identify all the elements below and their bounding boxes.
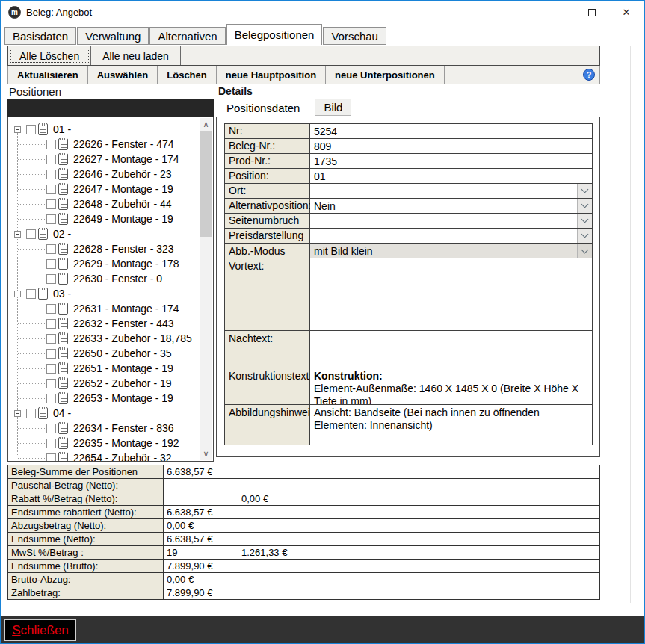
tree-checkbox[interactable] — [26, 229, 36, 239]
abb-modus-dropdown[interactable]: mit Bild klein — [310, 244, 592, 258]
row-value-percent[interactable]: 19 — [164, 546, 238, 559]
tree-group-row[interactable]: 02 - — [10, 226, 199, 241]
tree-item-row[interactable]: 22633 - Zubehör - 18,785 — [10, 331, 199, 346]
tree-item-row[interactable]: 22649 - Montage - 19 — [10, 211, 199, 226]
konstruktionstext-field[interactable]: Konstruktion: Element-Außenmaße: 1460 X … — [310, 368, 592, 404]
tree-checkbox[interactable] — [46, 140, 56, 149]
schliessen-button[interactable]: Schließen — [4, 619, 76, 641]
alle-neu-laden-button[interactable]: Alle neu laden — [91, 46, 181, 65]
tree-group-row[interactable]: 03 - — [10, 286, 199, 301]
tab-bild[interactable]: Bild — [315, 99, 351, 116]
seitenumbruch-dropdown-button[interactable] — [577, 214, 592, 228]
tree-checkbox[interactable] — [46, 424, 56, 433]
tree-scrollbar[interactable]: ∧ ∨ — [200, 118, 212, 460]
row-value[interactable]: 6.638,57 € — [164, 533, 599, 545]
tree-group-row[interactable]: 04 - — [10, 406, 199, 421]
row-value[interactable]: 6.638,57 € — [164, 465, 599, 478]
expand-collapse-icon[interactable] — [14, 126, 21, 133]
prod-nr-input[interactable] — [310, 154, 592, 168]
tree-checkbox[interactable] — [26, 409, 36, 418]
tree-checkbox[interactable] — [46, 349, 56, 359]
tree-checkbox[interactable] — [46, 259, 56, 269]
tree-item-row[interactable]: 22628 - Fenster - 323 — [10, 241, 199, 256]
alternativposition-dropdown[interactable]: Nein — [310, 199, 592, 213]
scrollbar-down-icon[interactable]: ∨ — [200, 448, 212, 460]
tab-positionsdaten[interactable]: Positionsdaten — [218, 99, 308, 117]
tree-item-row[interactable]: 22632 - Fenster - 443 — [10, 316, 199, 331]
expand-collapse-icon[interactable] — [14, 231, 21, 238]
tree-item-row[interactable]: 22630 - Fenster - 0 — [10, 271, 199, 286]
alle-loeschen-button[interactable]: Alle Löschen — [8, 46, 91, 65]
tree-item-row[interactable]: 22646 - Zubehör - 23 — [10, 167, 199, 182]
expand-collapse-icon[interactable] — [14, 410, 21, 417]
close-button[interactable]: ✕ — [609, 1, 644, 23]
tree-checkbox[interactable] — [26, 125, 36, 134]
expand-collapse-icon[interactable] — [14, 291, 21, 297]
tree-item-row[interactable]: 22650 - Zubehör - 35 — [10, 346, 199, 361]
abb-modus-dropdown-button[interactable] — [577, 244, 592, 258]
nachtext-textarea[interactable] — [310, 331, 592, 368]
maximize-button[interactable] — [575, 1, 609, 23]
tree-checkbox[interactable] — [46, 334, 56, 344]
row-value-amount[interactable]: 0,00 € — [238, 492, 599, 505]
ort-dropdown[interactable] — [310, 184, 592, 198]
tree-item-row[interactable]: 22652 - Zubehör - 19 — [10, 376, 199, 391]
tree-item-row[interactable]: 22635 - Montage - 192 — [10, 436, 199, 451]
tree-checkbox[interactable] — [46, 244, 56, 254]
aktualisieren-button[interactable]: Aktualisieren — [8, 66, 88, 84]
minimize-button[interactable]: — — [540, 1, 575, 23]
abbildungshinweis-field[interactable]: Ansicht: Bandseite (Bei nach innen zu öf… — [310, 405, 592, 445]
tree-checkbox[interactable] — [46, 379, 56, 388]
tree-item-row[interactable]: 22627 - Montage - 174 — [10, 152, 199, 167]
position-input[interactable] — [310, 169, 592, 183]
tree-checkbox[interactable] — [46, 364, 56, 374]
tab-belegpositionen[interactable]: Belegpositionen — [226, 24, 323, 45]
vortext-textarea[interactable] — [310, 258, 592, 330]
tab-alternativen[interactable]: Alternativen — [149, 27, 225, 45]
tree-item-row[interactable]: 22631 - Montage - 174 — [10, 301, 199, 316]
tree-checkbox[interactable] — [46, 319, 56, 329]
tree-item-row[interactable]: 22626 - Fenster - 474 — [10, 137, 199, 152]
row-value[interactable] — [164, 479, 599, 492]
tree-item-row[interactable]: 22651 - Montage - 19 — [10, 361, 199, 376]
tree-checkbox[interactable] — [46, 185, 56, 194]
tree-checkbox[interactable] — [46, 199, 56, 209]
tree-item-row[interactable]: 22654 - Zubehör - 32 — [10, 451, 199, 461]
seitenumbruch-dropdown[interactable] — [310, 214, 592, 228]
ort-dropdown-button[interactable] — [577, 184, 592, 198]
tree-checkbox[interactable] — [46, 170, 56, 179]
tree-item-row[interactable]: 22647 - Montage - 19 — [10, 182, 199, 196]
tree-checkbox[interactable] — [46, 155, 56, 164]
tree-checkbox[interactable] — [46, 304, 56, 314]
tree-checkbox[interactable] — [46, 453, 56, 462]
loeschen-button[interactable]: Löschen — [158, 66, 216, 84]
row-value[interactable]: 0,00 € — [164, 573, 599, 586]
nr-input[interactable] — [310, 124, 592, 138]
row-value-amount[interactable]: 1.261,33 € — [238, 546, 599, 559]
tree-checkbox[interactable] — [46, 439, 56, 448]
help-icon[interactable]: ? — [583, 69, 595, 81]
row-value[interactable]: 6.638,57 € — [164, 506, 599, 518]
tab-basisdaten[interactable]: Basisdaten — [4, 27, 76, 45]
tree-checkbox[interactable] — [46, 214, 56, 224]
scrollbar-up-icon[interactable]: ∧ — [200, 118, 212, 131]
auswaehlen-button[interactable]: Auswählen — [88, 66, 158, 84]
tree-item-row[interactable]: 22634 - Fenster - 836 — [10, 421, 199, 436]
scrollbar-thumb[interactable] — [200, 131, 212, 237]
row-value[interactable]: 7.899,90 € — [164, 586, 599, 599]
row-value[interactable]: 0,00 € — [164, 519, 599, 532]
tree-checkbox[interactable] — [46, 274, 56, 284]
tab-verwaltung[interactable]: Verwaltung — [77, 27, 149, 45]
tree-item-row[interactable]: 22629 - Montage - 178 — [10, 256, 199, 271]
tab-vorschau[interactable]: Vorschau — [323, 27, 386, 45]
neue-unterpositionen-button[interactable]: neue Unterpositionen — [326, 66, 445, 84]
tree-item-row[interactable]: 22648 - Zubehör - 44 — [10, 196, 199, 211]
tree-checkbox[interactable] — [46, 394, 56, 403]
preisdarstellung-dropdown-button[interactable] — [577, 229, 592, 243]
tree-group-row[interactable]: 01 - — [10, 122, 199, 137]
beleg-nr-input[interactable] — [310, 139, 592, 153]
preisdarstellung-dropdown[interactable] — [310, 229, 592, 243]
neue-hauptposition-button[interactable]: neue Hauptposition — [217, 66, 326, 84]
row-value-percent[interactable] — [164, 492, 238, 505]
tree-item-row[interactable]: 22653 - Montage - 19 — [10, 391, 199, 406]
